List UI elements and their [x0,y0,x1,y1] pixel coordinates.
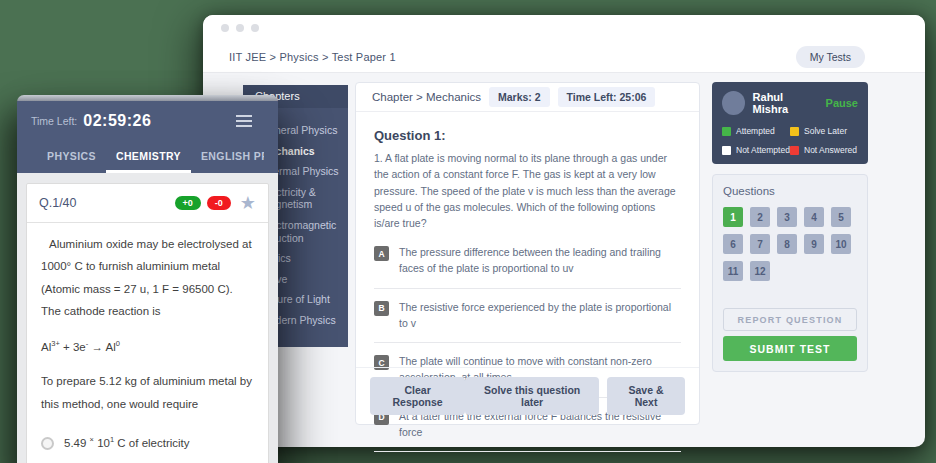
save-next-button[interactable]: Save & Next [607,377,685,415]
mobile-question-card: Q.1/40 +0 -0 ★ Aluminium oxide may be el… [26,183,269,463]
palette-question-11[interactable]: 11 [723,261,743,281]
pause-button[interactable]: Pause [826,97,858,109]
reaction-arrow-icon: → [88,341,105,353]
reaction-species: Al [41,341,51,353]
marks-badge: Marks: 2 [489,87,550,107]
composite-background: IIT JEE > Physics > Test Paper 1 My Test… [0,0,936,463]
option-a-text: The pressure difference between the lead… [399,245,681,277]
mobile-question-prompt: To prepare 5.12 kg of aluminium metal by… [41,370,254,415]
mobile-timer-row: Time Left: 02:59:26 [31,112,264,130]
status-legend: Attempted Solve Later Not Attempted Not … [722,126,858,155]
mobile-question-text: Aluminium oxide may be electrolysed at 1… [41,233,254,323]
legend-solve-later-label: Solve Later [804,126,847,136]
clear-response-button[interactable]: Clear Response [370,377,465,415]
legend-attempted-label: Attempted [736,126,775,136]
bookmark-star-icon[interactable]: ★ [240,194,256,212]
question-palette: 1 2 3 4 5 6 7 8 9 10 11 12 [723,207,857,281]
question-panel-header: Chapter > Mechanics Marks: 2 Time Left: … [356,83,699,112]
palette-question-3[interactable]: 3 [777,207,797,227]
palette-question-12[interactable]: 12 [750,261,770,281]
palette-question-6[interactable]: 6 [723,234,743,254]
legend-not-answered: Not Answered [790,145,858,155]
user-name: Rahul Mishra [753,91,818,115]
legend-attempted: Attempted [722,126,790,136]
question-text: 1. A flat plate is moving normal to its … [374,150,681,231]
option-b-text: The resistive force experienced by the p… [399,300,681,332]
palette-question-4[interactable]: 4 [804,207,824,227]
breadcrumb[interactable]: IIT JEE > Physics > Test Paper 1 [229,51,396,63]
option-b[interactable]: B The resistive force experienced by the… [374,300,681,344]
legend-not-attempted: Not Attempted [722,145,790,155]
desktop-content: Chapters General Physics Mechanics Therm… [203,73,925,446]
window-control-icon[interactable] [221,24,229,32]
mobile-body: Q.1/40 +0 -0 ★ Aluminium oxide may be el… [17,173,278,463]
reaction-electrons: + 3e [60,341,86,353]
reaction-charge: 3+ [51,339,60,348]
report-question-button[interactable]: REPORT QUESTION [723,308,857,331]
window-control-icon[interactable] [251,24,259,32]
product-charge: 0 [116,339,120,348]
time-left-label: Time Left: [31,115,77,127]
window-control-icon[interactable] [236,24,244,32]
hamburger-menu-icon[interactable] [236,115,252,127]
solve-later-swatch-icon [790,127,799,136]
attempted-swatch-icon [722,127,731,136]
radio-button-icon[interactable] [41,437,54,450]
palette-question-1[interactable]: 1 [723,207,743,227]
option-b-letter[interactable]: B [374,301,389,316]
desktop-window: IIT JEE > Physics > Test Paper 1 My Test… [203,15,925,447]
reaction-product: Al [105,341,115,353]
option-a[interactable]: A The pressure difference between the le… [374,245,681,289]
mobile-window: Time Left: 02:59:26 PHYSICS CHEMISTRY EN… [17,95,278,463]
option-a-letter[interactable]: A [374,246,389,261]
tab-chemistry[interactable]: CHEMISTRY [106,143,191,173]
palette-question-9[interactable]: 9 [804,234,824,254]
legend-not-attempted-label: Not Attempted [736,145,790,155]
negative-marks-badge: -0 [207,196,231,210]
time-left-value: 02:59:26 [83,112,151,130]
mobile-card-body: Aluminium oxide may be electrolysed at 1… [27,223,268,463]
question-panel: Chapter > Mechanics Marks: 2 Time Left: … [355,82,700,425]
palette-question-5[interactable]: 5 [831,207,851,227]
solve-later-button[interactable]: Solve this question later [465,377,599,415]
not-answered-swatch-icon [790,146,799,155]
palette-question-8[interactable]: 8 [777,234,797,254]
chapter-breadcrumb: Chapter > Mechanics [372,91,481,103]
palette-question-10[interactable]: 10 [831,234,851,254]
positive-marks-badge: +0 [175,196,201,210]
question-footer: Clear Response Solve this question later… [356,367,699,424]
tab-english-proficiency[interactable]: ENGLISH PROFICIENCY [191,143,264,173]
question-title: Question 1: [374,128,681,143]
multiply-icon: × [90,435,94,444]
tab-physics[interactable]: PHYSICS [37,143,106,173]
cathode-reaction: Al3+ + 3e- → Al0 [41,336,254,358]
mobile-card-header: Q.1/40 +0 -0 ★ [27,184,268,223]
submit-test-button[interactable]: SUBMIT TEST [723,336,857,361]
question-counter: Q.1/40 [39,196,77,210]
mobile-option-1[interactable]: 5.49 × 101 C of electricity [41,432,254,454]
avatar [722,91,745,115]
palette-question-7[interactable]: 7 [750,234,770,254]
window-titlebar [203,15,925,41]
mobile-option-1-text: 5.49 × 101 C of electricity [64,432,190,454]
time-left-badge: Time Left: 25:06 [558,87,656,107]
subject-tabs: PHYSICS CHEMISTRY ENGLISH PROFICIENCY [31,143,264,173]
not-attempted-swatch-icon [722,146,731,155]
questions-panel: Questions 1 2 3 4 5 6 7 8 9 10 11 12 REP… [712,174,868,372]
questions-panel-title: Questions [723,185,857,197]
breadcrumb-bar: IIT JEE > Physics > Test Paper 1 My Test… [203,41,925,73]
user-row: Rahul Mishra Pause [722,91,858,115]
legend-solve-later: Solve Later [790,126,858,136]
my-tests-button[interactable]: My Tests [796,46,865,68]
user-panel: Rahul Mishra Pause Attempted Solve Later… [712,82,868,164]
legend-not-answered-label: Not Answered [804,145,857,155]
palette-question-2[interactable]: 2 [750,207,770,227]
mobile-header: Time Left: 02:59:26 PHYSICS CHEMISTRY EN… [17,101,278,173]
